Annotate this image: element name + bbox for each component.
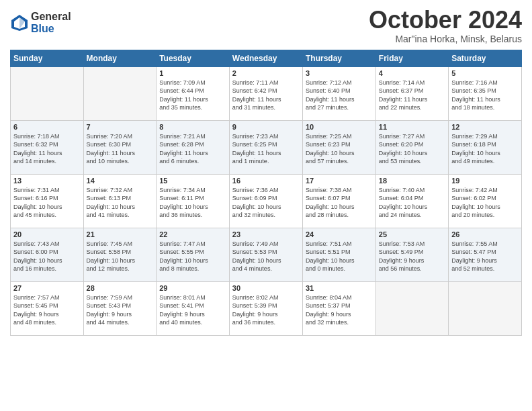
day-detail: Sunrise: 7:12 AMSunset: 6:40 PMDaylight:… — [306, 79, 373, 112]
day-cell: 28Sunrise: 7:59 AMSunset: 5:43 PMDayligh… — [83, 281, 157, 335]
day-number: 20 — [13, 230, 81, 238]
logo-blue: Blue — [31, 23, 71, 35]
day-number: 1 — [159, 69, 226, 77]
day-number: 26 — [451, 230, 519, 238]
day-number: 28 — [87, 284, 154, 292]
day-detail: Sunrise: 7:45 AMSunset: 5:58 PMDaylight:… — [87, 240, 154, 273]
calendar: SundayMondayTuesdayWednesdayThursdayFrid… — [10, 50, 522, 336]
day-detail: Sunrise: 7:11 AMSunset: 6:42 PMDaylight:… — [232, 79, 300, 112]
day-cell: 16Sunrise: 7:36 AMSunset: 6:09 PMDayligh… — [229, 174, 302, 228]
day-number: 18 — [379, 177, 445, 185]
day-detail: Sunrise: 7:59 AMSunset: 5:43 PMDaylight:… — [87, 293, 154, 327]
day-cell: 10Sunrise: 7:25 AMSunset: 6:23 PMDayligh… — [302, 120, 375, 174]
day-detail: Sunrise: 7:14 AMSunset: 6:37 PMDaylight:… — [379, 79, 445, 112]
day-number: 31 — [306, 284, 373, 292]
day-number: 3 — [306, 69, 373, 77]
day-detail: Sunrise: 8:04 AMSunset: 5:37 PMDaylight:… — [306, 293, 373, 327]
week-row-2: 6Sunrise: 7:18 AMSunset: 6:32 PMDaylight… — [11, 120, 522, 174]
day-number: 22 — [159, 230, 226, 238]
day-number: 25 — [379, 230, 445, 238]
day-number: 2 — [232, 69, 300, 77]
day-number: 5 — [451, 69, 519, 77]
day-detail: Sunrise: 7:25 AMSunset: 6:23 PMDaylight:… — [306, 132, 373, 166]
day-number: 17 — [306, 177, 373, 185]
col-header-wednesday: Wednesday — [229, 50, 302, 66]
day-detail: Sunrise: 7:21 AMSunset: 6:28 PMDaylight:… — [159, 132, 226, 166]
day-cell: 25Sunrise: 7:53 AMSunset: 5:49 PMDayligh… — [375, 228, 448, 281]
page: General Blue October 2024 Mar"ina Horka,… — [0, 0, 532, 411]
day-detail: Sunrise: 7:36 AMSunset: 6:09 PMDaylight:… — [232, 186, 300, 220]
day-number: 23 — [232, 230, 300, 238]
day-number: 4 — [379, 69, 445, 77]
day-cell: 2Sunrise: 7:11 AMSunset: 6:42 PMDaylight… — [229, 66, 302, 120]
day-detail: Sunrise: 7:49 AMSunset: 5:53 PMDaylight:… — [232, 240, 300, 273]
day-detail: Sunrise: 7:47 AMSunset: 5:55 PMDaylight:… — [159, 240, 226, 273]
day-cell — [375, 281, 448, 335]
day-detail: Sunrise: 7:09 AMSunset: 6:44 PMDaylight:… — [159, 79, 226, 112]
day-cell — [83, 66, 157, 120]
day-detail: Sunrise: 7:32 AMSunset: 6:13 PMDaylight:… — [87, 186, 154, 220]
day-cell: 12Sunrise: 7:29 AMSunset: 6:18 PMDayligh… — [449, 120, 522, 174]
day-number: 16 — [232, 177, 300, 185]
week-row-1: 1Sunrise: 7:09 AMSunset: 6:44 PMDaylight… — [11, 66, 522, 120]
title-block: October 2024 Mar"ina Horka, Minsk, Belar… — [369, 7, 522, 44]
day-detail: Sunrise: 7:16 AMSunset: 6:35 PMDaylight:… — [451, 79, 519, 112]
day-number: 11 — [379, 123, 445, 131]
week-row-3: 13Sunrise: 7:31 AMSunset: 6:16 PMDayligh… — [11, 174, 522, 228]
day-detail: Sunrise: 7:42 AMSunset: 6:02 PMDaylight:… — [451, 186, 519, 220]
col-header-thursday: Thursday — [302, 50, 375, 66]
day-number: 14 — [87, 177, 154, 185]
day-number: 13 — [13, 177, 81, 185]
day-cell: 30Sunrise: 8:02 AMSunset: 5:39 PMDayligh… — [229, 281, 302, 335]
day-number: 8 — [159, 123, 226, 131]
day-cell: 15Sunrise: 7:34 AMSunset: 6:11 PMDayligh… — [157, 174, 230, 228]
day-cell: 26Sunrise: 7:55 AMSunset: 5:47 PMDayligh… — [449, 228, 522, 281]
day-cell: 27Sunrise: 7:57 AMSunset: 5:45 PMDayligh… — [11, 281, 84, 335]
logo: General Blue — [10, 11, 71, 34]
subtitle: Mar"ina Horka, Minsk, Belarus — [369, 34, 522, 44]
day-detail: Sunrise: 7:23 AMSunset: 6:25 PMDaylight:… — [232, 132, 300, 166]
day-number: 15 — [159, 177, 226, 185]
col-header-monday: Monday — [83, 50, 157, 66]
day-detail: Sunrise: 7:31 AMSunset: 6:16 PMDaylight:… — [13, 186, 81, 220]
day-cell — [11, 66, 84, 120]
day-cell: 13Sunrise: 7:31 AMSunset: 6:16 PMDayligh… — [11, 174, 84, 228]
day-cell: 6Sunrise: 7:18 AMSunset: 6:32 PMDaylight… — [11, 120, 84, 174]
day-cell: 1Sunrise: 7:09 AMSunset: 6:44 PMDaylight… — [157, 66, 230, 120]
col-header-sunday: Sunday — [11, 50, 84, 66]
week-row-5: 27Sunrise: 7:57 AMSunset: 5:45 PMDayligh… — [11, 281, 522, 335]
day-cell: 17Sunrise: 7:38 AMSunset: 6:07 PMDayligh… — [302, 174, 375, 228]
header: General Blue October 2024 Mar"ina Horka,… — [10, 7, 522, 44]
day-detail: Sunrise: 7:29 AMSunset: 6:18 PMDaylight:… — [451, 132, 519, 166]
day-detail: Sunrise: 7:43 AMSunset: 6:00 PMDaylight:… — [13, 240, 81, 273]
day-detail: Sunrise: 7:53 AMSunset: 5:49 PMDaylight:… — [379, 240, 445, 273]
day-cell: 5Sunrise: 7:16 AMSunset: 6:35 PMDaylight… — [449, 66, 522, 120]
day-number: 24 — [306, 230, 373, 238]
month-title: October 2024 — [369, 7, 522, 34]
day-cell: 20Sunrise: 7:43 AMSunset: 6:00 PMDayligh… — [11, 228, 84, 281]
day-cell: 7Sunrise: 7:20 AMSunset: 6:30 PMDaylight… — [83, 120, 157, 174]
day-cell: 8Sunrise: 7:21 AMSunset: 6:28 PMDaylight… — [157, 120, 230, 174]
day-cell: 22Sunrise: 7:47 AMSunset: 5:55 PMDayligh… — [157, 228, 230, 281]
day-cell: 29Sunrise: 8:01 AMSunset: 5:41 PMDayligh… — [157, 281, 230, 335]
day-cell: 31Sunrise: 8:04 AMSunset: 5:37 PMDayligh… — [302, 281, 375, 335]
day-number: 19 — [451, 177, 519, 185]
logo-text: General Blue — [31, 11, 71, 34]
logo-general: General — [31, 11, 71, 23]
day-detail: Sunrise: 7:40 AMSunset: 6:04 PMDaylight:… — [379, 186, 445, 220]
day-cell: 19Sunrise: 7:42 AMSunset: 6:02 PMDayligh… — [449, 174, 522, 228]
day-number: 6 — [13, 123, 81, 131]
day-cell: 11Sunrise: 7:27 AMSunset: 6:20 PMDayligh… — [375, 120, 448, 174]
day-cell: 23Sunrise: 7:49 AMSunset: 5:53 PMDayligh… — [229, 228, 302, 281]
day-detail: Sunrise: 7:51 AMSunset: 5:51 PMDaylight:… — [306, 240, 373, 273]
col-header-tuesday: Tuesday — [157, 50, 230, 66]
day-detail: Sunrise: 7:34 AMSunset: 6:11 PMDaylight:… — [159, 186, 226, 220]
day-cell: 18Sunrise: 7:40 AMSunset: 6:04 PMDayligh… — [375, 174, 448, 228]
day-cell: 4Sunrise: 7:14 AMSunset: 6:37 PMDaylight… — [375, 66, 448, 120]
day-number: 12 — [451, 123, 519, 131]
day-number: 7 — [87, 123, 154, 131]
day-detail: Sunrise: 7:27 AMSunset: 6:20 PMDaylight:… — [379, 132, 445, 166]
day-detail: Sunrise: 8:01 AMSunset: 5:41 PMDaylight:… — [159, 293, 226, 327]
logo-icon — [10, 13, 29, 32]
day-detail: Sunrise: 7:57 AMSunset: 5:45 PMDaylight:… — [13, 293, 81, 327]
